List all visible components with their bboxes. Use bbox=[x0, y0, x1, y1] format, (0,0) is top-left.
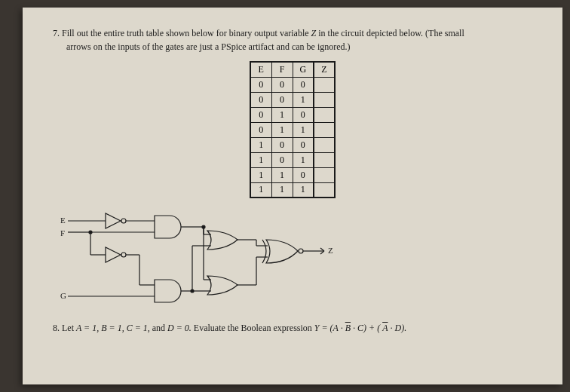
table-row: 011 bbox=[250, 122, 335, 137]
table-cell bbox=[314, 92, 335, 107]
table-cell: 1 bbox=[271, 167, 293, 182]
table-cell: 1 bbox=[293, 182, 314, 198]
table-cell bbox=[314, 152, 335, 167]
q7-var-z: Z bbox=[311, 28, 317, 38]
worksheet-page: 7. Fill out the entire truth table shown… bbox=[23, 8, 562, 384]
q8-let: Let bbox=[62, 323, 74, 333]
table-row: 110 bbox=[250, 167, 335, 182]
table-cell bbox=[314, 122, 335, 137]
header-f: F bbox=[271, 62, 293, 77]
svg-point-6 bbox=[121, 253, 126, 257]
truth-table: E F G Z 000001010011100101110111 bbox=[250, 61, 336, 198]
table-row: 100 bbox=[250, 137, 335, 152]
q8-dotc: · C) + ( bbox=[353, 323, 380, 333]
q8-c: C = 1, bbox=[127, 323, 150, 333]
table-cell: 1 bbox=[271, 182, 293, 198]
svg-point-19 bbox=[191, 289, 194, 292]
table-cell bbox=[314, 77, 335, 92]
table-cell bbox=[314, 167, 335, 182]
table-cell: 0 bbox=[293, 77, 314, 92]
table-cell: 1 bbox=[293, 92, 314, 107]
table-header-row: E F G Z bbox=[250, 62, 335, 77]
table-cell: 1 bbox=[271, 122, 293, 137]
header-z: Z bbox=[314, 62, 335, 77]
circuit-svg bbox=[60, 210, 347, 308]
table-cell: 0 bbox=[271, 92, 293, 107]
q8-d: D = 0. bbox=[167, 323, 192, 333]
table-cell: 0 bbox=[250, 77, 271, 92]
table-cell: 1 bbox=[250, 152, 271, 167]
table-cell: 0 bbox=[293, 137, 314, 152]
table-row: 000 bbox=[250, 77, 335, 92]
table-cell: 1 bbox=[250, 167, 271, 182]
label-z: Z bbox=[328, 246, 333, 255]
table-cell: 1 bbox=[271, 107, 293, 122]
table-cell bbox=[314, 107, 335, 122]
q8-number: 8. bbox=[53, 323, 60, 333]
table-row: 010 bbox=[250, 107, 335, 122]
svg-point-24 bbox=[202, 225, 205, 228]
table-body: 000001010011100101110111 bbox=[250, 77, 335, 198]
q8-b: B = 1, bbox=[101, 323, 124, 333]
header-e: E bbox=[250, 62, 271, 77]
label-e: E bbox=[60, 216, 66, 225]
table-cell: 1 bbox=[250, 137, 271, 152]
table-cell: 0 bbox=[250, 92, 271, 107]
table-cell: 0 bbox=[271, 152, 293, 167]
q8-eval: Evaluate the Boolean expression bbox=[194, 323, 312, 333]
q7-text-1-end: in the circuit depicted below. (The smal… bbox=[318, 28, 464, 38]
table-cell: 0 bbox=[293, 167, 314, 182]
label-g: G bbox=[60, 291, 66, 300]
table-row: 111 bbox=[250, 182, 335, 198]
table-cell: 1 bbox=[293, 152, 314, 167]
q8-dotd: · D). bbox=[390, 323, 406, 333]
table-cell bbox=[314, 137, 335, 152]
header-g: G bbox=[293, 62, 314, 77]
table-cell: 1 bbox=[250, 182, 271, 198]
table-cell: 0 bbox=[250, 107, 271, 122]
q7-text-1: Fill out the entire truth table shown be… bbox=[62, 28, 309, 38]
q8-bbar: B bbox=[345, 323, 351, 333]
q7-text-2: arrows on the inputs of the gates are ju… bbox=[66, 40, 532, 54]
svg-point-8 bbox=[89, 231, 92, 234]
table-cell: 1 bbox=[293, 122, 314, 137]
svg-point-3 bbox=[121, 219, 126, 223]
question-8: 8. Let A = 1, B = 1, C = 1, and D = 0. E… bbox=[53, 323, 532, 334]
q8-y: Y = (A · bbox=[314, 323, 343, 333]
circuit-diagram: E F G Z bbox=[60, 210, 347, 308]
table-row: 001 bbox=[250, 92, 335, 107]
table-cell: 0 bbox=[271, 77, 293, 92]
table-row: 101 bbox=[250, 152, 335, 167]
q8-a: A = 1, bbox=[76, 323, 99, 333]
svg-point-30 bbox=[299, 249, 303, 253]
label-f: F bbox=[60, 228, 65, 237]
question-7: 7. Fill out the entire truth table shown… bbox=[53, 26, 532, 54]
table-cell: 0 bbox=[250, 122, 271, 137]
table-cell bbox=[314, 182, 335, 198]
table-cell: 0 bbox=[271, 137, 293, 152]
q8-abar: A bbox=[382, 323, 388, 333]
table-cell: 0 bbox=[293, 107, 314, 122]
q7-number: 7. bbox=[53, 28, 60, 38]
q8-and: and bbox=[152, 323, 165, 333]
